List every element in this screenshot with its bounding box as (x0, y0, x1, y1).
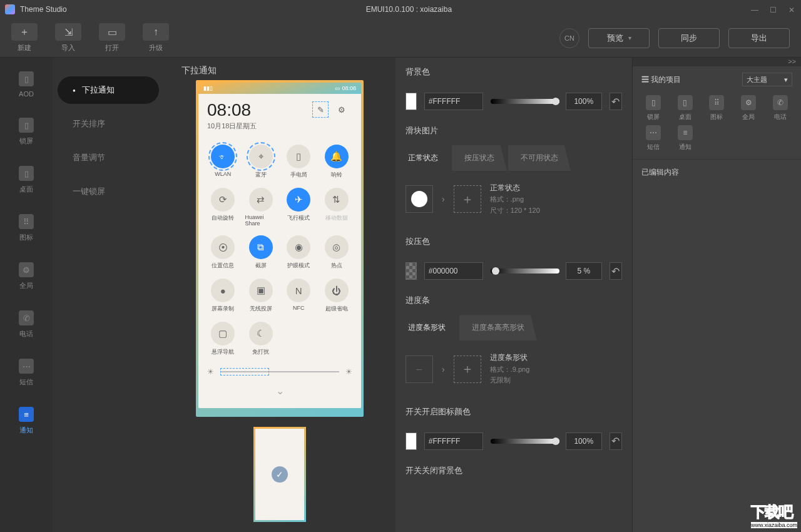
qs-share[interactable]: ⇄Huawei Share (245, 188, 277, 227)
close-button[interactable]: ✕ (788, 6, 796, 13)
document-title: EMUI10.0.100 : xoiazaiba (67, 5, 751, 14)
progress-asset-add-button[interactable]: ＋ (454, 356, 481, 383)
qs-record[interactable]: ●屏幕录制 (207, 279, 239, 313)
nav-icons[interactable]: ⠿图标 (19, 214, 34, 242)
qs-cast[interactable]: ▣无线投屏 (245, 279, 277, 313)
nav-sms[interactable]: ⋯短信 (19, 359, 34, 387)
qs-data[interactable]: ⇅移动数据 (321, 188, 353, 227)
phone-icon: ✆ (19, 310, 34, 325)
bg-color-hex-input[interactable] (424, 93, 483, 110)
press-color-swatch[interactable] (406, 262, 417, 280)
export-button[interactable]: 导出 (728, 28, 790, 48)
nav-aod[interactable]: ▯AOD (19, 71, 34, 98)
press-color-hex-input[interactable] (424, 262, 483, 280)
language-toggle[interactable]: CN (559, 28, 579, 48)
switch-on-undo-button[interactable]: ↶ (610, 432, 622, 450)
gear-icon: ⚙ (19, 262, 34, 277)
qs-ring[interactable]: 🔔响铃 (321, 145, 353, 179)
switch-on-opacity-slider[interactable] (491, 439, 559, 444)
tab-progress-shape[interactable]: 进度条形状 (395, 315, 458, 340)
new-button[interactable]: ＋新建 (11, 23, 38, 53)
press-undo-button[interactable]: ↶ (610, 262, 622, 280)
dnd-icon: ☾ (249, 322, 273, 345)
nav-lock[interactable]: ▯锁屏 (19, 118, 34, 146)
bg-color-swatch[interactable] (406, 93, 417, 110)
import-button[interactable]: ⇲导入 (55, 23, 81, 53)
maximize-button[interactable]: ☐ (770, 6, 777, 13)
expand-button[interactable]: >> (788, 58, 796, 66)
press-opacity-value[interactable]: 5 % (566, 262, 602, 280)
record-icon: ● (211, 279, 235, 302)
nav-global[interactable]: ⚙全局 (19, 262, 34, 290)
switch-on-opacity-value[interactable]: 100% (566, 432, 602, 450)
slide-asset-preview[interactable] (406, 185, 433, 213)
proj-icons[interactable]: ⠿图标 (702, 95, 732, 121)
qs-airplane[interactable]: ✈飞行模式 (283, 188, 315, 227)
switch-on-hex-input[interactable] (424, 432, 483, 450)
battery-save-icon: ⏻ (325, 279, 349, 302)
switch-on-swatch[interactable] (406, 432, 417, 450)
qs-rotate[interactable]: ⟳自动旋转 (207, 188, 239, 227)
sub-switch-order[interactable]: 开关排序 (58, 110, 159, 138)
proj-global[interactable]: ⚙全局 (734, 95, 763, 121)
icons-icon: ⠿ (709, 95, 724, 110)
date-text: 10月18日星期五 (207, 121, 352, 131)
tab-disabled-state[interactable]: 不可用状态 (508, 145, 571, 171)
press-opacity-slider[interactable] (491, 269, 559, 274)
phone-icon: ✆ (773, 95, 788, 110)
sub-onekey-lock[interactable]: 一键锁屏 (58, 178, 159, 205)
open-button[interactable]: ▭打开 (99, 23, 125, 53)
proj-notify[interactable]: ≡通知 (671, 125, 700, 151)
watermark: 下载吧www.xiazaiba.com (751, 502, 797, 528)
preview-thumbnail[interactable] (253, 427, 306, 522)
qs-dnd[interactable]: ☾免打扰 (245, 322, 277, 356)
settings-icon[interactable]: ⚙ (334, 101, 350, 118)
bg-opacity-slider[interactable] (491, 99, 559, 104)
tab-pressed-state[interactable]: 按压状态 (452, 145, 507, 171)
qs-hotspot[interactable]: ◎热点 (321, 235, 353, 270)
tab-progress-highlight[interactable]: 进度条高亮形状 (459, 315, 537, 340)
proj-sms[interactable]: ⋯短信 (639, 125, 668, 151)
proj-phone[interactable]: ✆电话 (765, 95, 795, 121)
tab-normal-state[interactable]: 正常状态 (395, 145, 451, 171)
aod-icon: ▯ (19, 71, 34, 86)
qs-eyecare[interactable]: ◉护眼模式 (283, 235, 315, 270)
proj-desktop[interactable]: ▯桌面 (671, 95, 700, 121)
qs-float[interactable]: ▢悬浮导航 (207, 322, 239, 356)
edit-icon[interactable]: ✎ (312, 101, 329, 118)
preview-panel: 下拉通知 ▮▮▯▭ 08:08 08:08 10月18日星期五 ✎ ⚙ ᯤWLA… (164, 58, 395, 532)
slide-asset-format: 格式：.png (490, 194, 540, 205)
brightness-slider[interactable]: ☀ ☀ (207, 367, 352, 376)
main-area: ▯AOD ▯锁屏 ▯桌面 ⠿图标 ⚙全局 ✆电话 ⋯短信 ≡通知 下拉通知 开关… (0, 58, 801, 532)
sync-button[interactable]: 同步 (658, 28, 720, 48)
eye-icon: ◉ (287, 235, 310, 259)
qs-screenshot[interactable]: ⧉截屏 (245, 235, 277, 270)
minimize-button[interactable]: — (751, 6, 758, 13)
nav-desktop[interactable]: ▯桌面 (19, 166, 34, 194)
sms-icon: ⋯ (646, 125, 661, 140)
share-icon: ⇄ (249, 188, 273, 212)
qs-location[interactable]: ⦿位置信息 (207, 235, 239, 270)
project-type-select[interactable]: 大主题▾ (742, 73, 792, 86)
qs-torch[interactable]: ▯手电筒 (283, 145, 315, 179)
bg-opacity-value[interactable]: 100% (566, 93, 602, 110)
qs-wlan[interactable]: ᯤWLAN (207, 145, 239, 179)
qs-bluetooth[interactable]: ⌖蓝牙 (245, 145, 277, 179)
preview-button[interactable]: 预览 (588, 28, 650, 48)
sub-list: 下拉通知 开关排序 音量调节 一键锁屏 (53, 58, 164, 532)
rotate-icon: ⟳ (211, 188, 235, 212)
progress-asset-preview[interactable]: – (406, 356, 433, 383)
chevron-down-icon[interactable]: ⌄ (207, 385, 352, 397)
desktop-icon: ▯ (19, 166, 34, 181)
nav-notify[interactable]: ≡通知 (19, 407, 34, 435)
sub-pulldown[interactable]: 下拉通知 (58, 76, 159, 104)
nav-phone[interactable]: ✆电话 (19, 310, 34, 339)
qs-nfc[interactable]: NNFC (283, 279, 315, 313)
notify-icon: ≡ (19, 407, 34, 422)
proj-lock[interactable]: ▯锁屏 (639, 95, 668, 121)
slide-asset-add-button[interactable]: ＋ (454, 185, 481, 213)
sub-volume[interactable]: 音量调节 (58, 144, 159, 171)
bg-undo-button[interactable]: ↶ (610, 93, 622, 110)
qs-battery[interactable]: ⏻超级省电 (321, 279, 353, 313)
upgrade-button[interactable]: ↑升级 (143, 23, 169, 53)
